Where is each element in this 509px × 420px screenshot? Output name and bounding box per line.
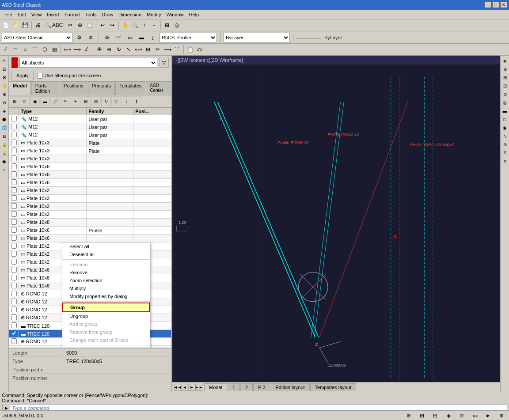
tb-find[interactable]: 🔍: [43, 20, 53, 30]
tb-save[interactable]: 💾: [20, 20, 30, 30]
row-check-cell[interactable]: [9, 314, 19, 322]
table-row[interactable]: ▭ Plate 10x6: [9, 171, 171, 179]
tb-move[interactable]: ✙: [95, 45, 104, 54]
vt-lock[interactable]: 🔒: [0, 140, 8, 148]
row-checkbox[interactable]: [11, 211, 17, 217]
table-row[interactable]: 🔩 M12 User par: [9, 131, 171, 139]
tb-redo[interactable]: ↪: [107, 20, 117, 30]
tb-open[interactable]: 📁: [11, 20, 20, 30]
icon-cols[interactable]: ⫿: [132, 96, 141, 106]
rt-am[interactable]: ⊛: [501, 140, 509, 148]
tb-copy2[interactable]: ⊕: [104, 45, 114, 54]
table-row[interactable]: ▭ Plate 10x6 Profile: [9, 227, 171, 235]
vt-unlock[interactable]: 🔓: [0, 149, 8, 157]
tb-draw-arc[interactable]: ⌒: [30, 45, 40, 54]
row-check-cell[interactable]: [9, 298, 19, 306]
nav-first-btn[interactable]: ◄◄: [174, 384, 181, 391]
row-check-cell[interactable]: [9, 123, 19, 131]
vt-zoom-all[interactable]: ⊠: [0, 73, 8, 81]
rt-snap[interactable]: ⊕: [501, 65, 509, 73]
tb-draw-rect[interactable]: □: [11, 45, 20, 54]
col-family[interactable]: Family: [87, 108, 133, 115]
tb-snap[interactable]: ⊞: [162, 20, 172, 30]
row-check-cell[interactable]: [9, 227, 19, 235]
close-btn[interactable]: ✕: [500, 2, 507, 8]
icon-flatten[interactable]: ▬: [40, 96, 50, 106]
tab-parts-edition[interactable]: Parts Edition: [31, 81, 59, 95]
tb-new[interactable]: 📄: [1, 20, 11, 30]
bottom-tab-edition-layout[interactable]: Edition layout: [271, 383, 310, 391]
row-check-cell[interactable]: [9, 330, 19, 338]
row-checkbox[interactable]: [11, 163, 17, 169]
status-icon-3[interactable]: ⊟: [430, 411, 440, 420]
row-checkbox[interactable]: [11, 291, 17, 296]
rt-grid[interactable]: ⊞: [501, 73, 509, 81]
ctx-zoom-selection[interactable]: Zoom selection: [62, 276, 150, 284]
row-check-cell[interactable]: [9, 171, 19, 179]
row-check-cell[interactable]: [9, 155, 19, 163]
row-check-cell[interactable]: [9, 290, 19, 298]
row-check-cell[interactable]: [9, 195, 19, 203]
icon-edit[interactable]: ✏: [61, 96, 70, 106]
row-check-cell[interactable]: [9, 306, 19, 314]
table-row[interactable]: ▭ Plate 10x2: [9, 187, 171, 195]
tb-paste[interactable]: 📋: [85, 20, 95, 30]
tb-rotate[interactable]: ↻: [114, 45, 124, 54]
tb-zoom[interactable]: 🔍: [130, 20, 140, 30]
row-check-cell[interactable]: [9, 258, 19, 266]
nav-prev-btn[interactable]: ◄: [181, 384, 188, 391]
row-check-cell[interactable]: [9, 235, 19, 242]
ctx-remove[interactable]: Remove: [62, 269, 150, 276]
maximize-btn[interactable]: □: [492, 2, 499, 8]
vt-zoom-win[interactable]: ⊡: [0, 65, 8, 73]
row-check-cell[interactable]: [9, 250, 19, 258]
row-checkbox[interactable]: [11, 148, 17, 153]
status-expand[interactable]: ►: [483, 411, 493, 420]
tb-column[interactable]: ⫿: [148, 33, 158, 42]
row-checkbox[interactable]: [11, 195, 17, 201]
nav-next-btn[interactable]: ►: [188, 384, 195, 391]
rt-osnap[interactable]: ◎: [501, 98, 509, 106]
icon-view-detail[interactable]: ◉: [30, 96, 40, 106]
steel-profile-combo[interactable]: ASD Steel Classic: [2, 33, 72, 42]
row-check-cell[interactable]: [9, 187, 19, 195]
row-checkbox[interactable]: [11, 227, 17, 233]
vt-zoom-in2[interactable]: ⊕: [0, 90, 8, 98]
status-icon-5[interactable]: ⊙: [457, 411, 467, 420]
table-row[interactable]: ▭ Plate 10x6: [9, 179, 171, 187]
row-check-cell[interactable]: [9, 139, 19, 147]
ctx-modify-properties[interactable]: Modify properties by dialog: [62, 292, 150, 300]
rt-close[interactable]: ✕: [501, 157, 509, 165]
tb-layer-mgr[interactable]: 🗂: [195, 45, 205, 54]
tab-positions[interactable]: Positions: [60, 81, 87, 95]
status-icon-6[interactable]: ▭: [470, 411, 480, 420]
icon-view-list[interactable]: □: [20, 96, 30, 106]
filter-icon-btn[interactable]: ▽: [159, 58, 169, 68]
command-input[interactable]: [10, 405, 507, 410]
ctx-deselect-all[interactable]: Deselect all: [62, 250, 150, 258]
row-checkbox[interactable]: [11, 124, 17, 129]
filter-checkbox-label[interactable]: Use filtering on the screen: [37, 73, 101, 79]
tb-hatch[interactable]: ▦: [49, 45, 59, 54]
table-row[interactable]: ▭ Plate 10x8: [9, 219, 171, 227]
vt-render[interactable]: 🌐: [0, 124, 8, 132]
status-zoom[interactable]: ⊕: [497, 411, 506, 420]
row-check-cell[interactable]: [9, 115, 19, 123]
row-check-cell[interactable]: [9, 203, 19, 211]
tb-scale[interactable]: ⤡: [124, 45, 133, 54]
tab-model[interactable]: Model: [9, 81, 31, 95]
tb-dim-linear[interactable]: ⟺: [62, 45, 72, 54]
table-row[interactable]: ▭ Plate 10x6: [9, 163, 171, 171]
menu-file[interactable]: File: [2, 11, 15, 18]
vt-3dview[interactable]: ◈: [0, 107, 8, 115]
bottom-tab-p2[interactable]: P 2: [253, 383, 270, 391]
tb-dim-angle[interactable]: ∠: [82, 45, 91, 54]
row-checkbox[interactable]: [11, 338, 17, 344]
row-checkbox[interactable]: [11, 203, 17, 209]
icon-add[interactable]: +: [71, 96, 80, 106]
row-checkbox[interactable]: [11, 283, 17, 288]
row-check-cell[interactable]: [9, 211, 19, 219]
tb-draw-line[interactable]: ∕: [1, 45, 11, 54]
vt-unisolate[interactable]: ○: [0, 166, 8, 174]
ctx-select-assembly[interactable]: Select assembly: [62, 346, 150, 348]
